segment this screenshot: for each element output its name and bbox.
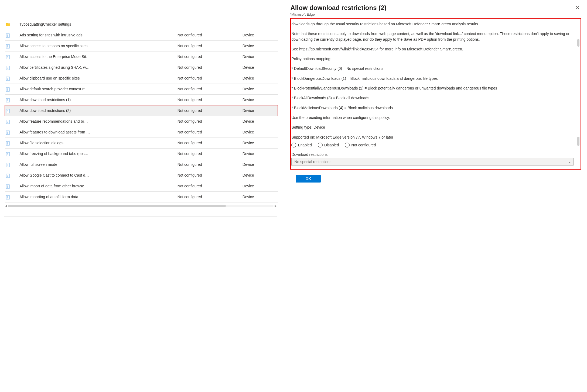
setting-file-icon (6, 130, 10, 134)
table-row[interactable]: Allow access to the Enterprise Mode Sit…… (5, 51, 278, 62)
description-paragraph: * BlockDangerousDownloads (1) = Block ma… (291, 76, 574, 81)
table-row[interactable]: Allow Google Cast to connect to Cast d…N… (5, 170, 278, 181)
table-row[interactable]: Allow import of data from other browse…N… (5, 181, 278, 191)
setting-scope: Device (241, 170, 278, 181)
setting-name: Allow access to the Enterprise Mode Sit… (18, 51, 176, 62)
close-button[interactable]: ✕ (574, 4, 581, 11)
description-paragraph: Policy options mapping: (291, 56, 574, 61)
setting-state: Not configured (176, 30, 241, 40)
setting-name: Ads setting for sites with intrusive ads (18, 30, 176, 40)
radio-option-enabled[interactable]: Enabled (291, 143, 312, 147)
setting-name: TyposquattingChecker settings (18, 19, 176, 30)
setting-name: Allow import of data from other browse… (18, 181, 176, 191)
divider (4, 216, 277, 217)
setting-state: Not configured (176, 84, 241, 94)
setting-name: Allow access to sensors on specific site… (18, 40, 176, 51)
setting-file-icon (6, 87, 10, 91)
setting-scope: Device (241, 73, 278, 84)
radio-icon (345, 143, 350, 147)
description-box: downloads go through the usual security … (290, 18, 581, 170)
setting-state: Not configured (176, 73, 241, 84)
setting-name: Allow features to download assets from … (18, 127, 176, 137)
scroll-track[interactable] (8, 205, 274, 207)
setting-file-icon (6, 55, 10, 59)
setting-name: Allow clipboard use on specific sites (18, 73, 176, 84)
table-row[interactable]: Allow importing of autofill form dataNot… (5, 191, 278, 202)
setting-state: Not configured (176, 170, 241, 181)
table-row[interactable]: Allow file selection dialogsNot configur… (5, 137, 278, 148)
setting-file-icon (6, 163, 10, 167)
setting-state: Not configured (176, 105, 241, 116)
vertical-scroll-indicator[interactable] (577, 39, 579, 47)
setting-scope: Device (241, 148, 278, 159)
setting-file-icon (6, 141, 10, 145)
table-row-selected[interactable]: Allow download restrictions (2)Not confi… (5, 105, 278, 116)
setting-scope: Device (241, 40, 278, 51)
setting-name: Allow feature recommendations and br… (18, 116, 176, 127)
scroll-left-icon[interactable]: ◀ (5, 204, 7, 207)
setting-name: Allow download restrictions (2) (18, 105, 176, 116)
scroll-thumb[interactable] (8, 205, 226, 207)
setting-name: Allow freezing of background tabs (obs… (18, 148, 176, 159)
table-row[interactable]: Allow access to sensors on specific site… (5, 40, 278, 51)
radio-icon (318, 143, 323, 147)
detail-path: \Microsoft Edge (290, 12, 574, 16)
dropdown-value: No special restrictions (294, 160, 331, 164)
radio-label: Not configured (351, 143, 376, 147)
download-restrictions-dropdown[interactable]: No special restrictions ⌄ (291, 158, 574, 166)
description-paragraph: Note that these restrictions apply to do… (291, 31, 574, 42)
radio-option-disabled[interactable]: Disabled (318, 143, 339, 147)
radio-option-not-configured[interactable]: Not configured (345, 143, 376, 147)
setting-state: Not configured (176, 191, 241, 202)
description-paragraph: * BlockMaliciousDownloads (4) = Block ma… (291, 105, 574, 111)
setting-scope: Device (241, 191, 278, 202)
description-paragraph: Use the preceding information when confi… (291, 115, 574, 120)
description-paragraph: * BlockPotentiallyDangerousDownloads (2)… (291, 85, 574, 91)
setting-scope: Device (241, 94, 278, 105)
table-row[interactable]: TyposquattingChecker settings (5, 19, 278, 30)
description-paragraph: * BlockAllDownloads (3) = Block all down… (291, 95, 574, 101)
setting-state: Not configured (176, 148, 241, 159)
setting-scope: Device (241, 137, 278, 148)
setting-scope: Device (241, 30, 278, 40)
table-row[interactable]: Allow feature recommendations and br…Not… (5, 116, 278, 127)
close-icon: ✕ (575, 5, 579, 11)
table-row[interactable]: Allow download restrictions (1)Not confi… (5, 94, 278, 105)
setting-scope: Device (241, 181, 278, 191)
table-row[interactable]: Allow full screen modeNot configuredDevi… (5, 159, 278, 170)
setting-state: Not configured (176, 51, 241, 62)
description-paragraph: downloads go through the usual security … (291, 21, 574, 27)
table-row[interactable]: Ads setting for sites with intrusive ads… (5, 30, 278, 40)
table-row[interactable]: Allow certificates signed using SHA-1 w…… (5, 62, 278, 73)
table-row[interactable]: Allow freezing of background tabs (obs…N… (5, 148, 278, 159)
setting-file-icon (6, 44, 10, 48)
setting-scope (241, 19, 278, 30)
setting-scope: Device (241, 127, 278, 137)
setting-state: Not configured (176, 137, 241, 148)
setting-file-icon (6, 98, 10, 102)
table-row[interactable]: Allow clipboard use on specific sitesNot… (5, 73, 278, 84)
setting-name: Allow importing of autofill form data (18, 191, 176, 202)
settings-list-panel: TyposquattingChecker settingsAds setting… (0, 0, 282, 392)
setting-name: Allow download restrictions (1) (18, 94, 176, 105)
setting-file-icon (6, 152, 10, 156)
setting-scope: Device (241, 116, 278, 127)
settings-table: TyposquattingChecker settingsAds setting… (5, 19, 278, 202)
setting-scope: Device (241, 51, 278, 62)
table-row[interactable]: Allow default search provider context m…… (5, 84, 278, 94)
setting-file-icon (6, 195, 10, 199)
dropdown-label: Download restrictions (291, 152, 574, 157)
setting-name: Allow certificates signed using SHA-1 w… (18, 62, 176, 73)
table-row[interactable]: Allow features to download assets from …… (5, 127, 278, 137)
scroll-right-icon[interactable]: ▶ (275, 204, 277, 207)
setting-scope: Device (241, 84, 278, 94)
detail-panel: Allow download restrictions (2) \Microso… (282, 0, 587, 392)
setting-file-icon (6, 66, 10, 70)
setting-state: Not configured (176, 116, 241, 127)
vertical-scroll-indicator[interactable] (577, 137, 579, 146)
ok-button[interactable]: OK (296, 175, 321, 183)
setting-file-icon (6, 77, 10, 80)
horizontal-scrollbar[interactable]: ◀ ▶ (5, 204, 277, 208)
setting-file-icon (6, 120, 10, 123)
setting-state: Not configured (176, 40, 241, 51)
